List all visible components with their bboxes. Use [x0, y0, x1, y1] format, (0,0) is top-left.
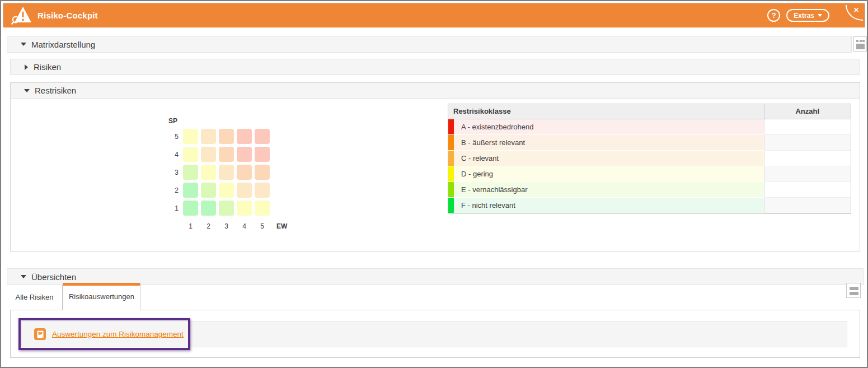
- class-cell: A - existenzbedrohend: [448, 119, 764, 134]
- class-color-bar: [448, 166, 454, 181]
- matrix-row-label: 4: [165, 151, 179, 159]
- matrix-cell-sp5-ew4: [237, 129, 252, 144]
- layout-switch-button[interactable]: [853, 36, 867, 52]
- matrix-row-label: 2: [165, 187, 179, 194]
- column-header-anzahl: Anzahl: [764, 104, 851, 119]
- grid-layout-icon: [862, 40, 865, 42]
- caret-down-icon: [21, 275, 26, 278]
- restrisiko-row: D - gering: [448, 166, 851, 181]
- rows-layout-icon: [850, 287, 858, 290]
- auswertungen-risikomanagement-link[interactable]: Auswertungen zum Risikomanagement: [52, 330, 184, 338]
- restrisiken-content: SP 5432112345EW Restrisikoklasse Anzahl …: [11, 99, 860, 251]
- matrix-cell-sp1-ew1: [183, 201, 198, 216]
- risiko-cockpit-window: Risiko-Cockpit ? Extras ✕ Matrixdarstell…: [0, 0, 868, 368]
- matrix-cell-sp1-ew4: [237, 201, 252, 216]
- close-button[interactable]: ✕: [846, 5, 863, 21]
- matrix-col-label: 5: [255, 222, 270, 230]
- class-color-bar: [448, 119, 454, 134]
- restrisiko-row: A - existenzbedrohend: [448, 119, 851, 134]
- matrix-cell-sp3-ew2: [201, 165, 216, 180]
- section-uebersichten-label: Übersichten: [31, 272, 76, 282]
- tab-label: Risikoauswertungen: [69, 292, 134, 301]
- matrix-y-axis-label: SP: [168, 117, 177, 125]
- risk-warning-search-icon: [11, 6, 32, 25]
- section-restrisiken[interactable]: Restrisiken: [11, 83, 860, 99]
- extras-menu-button[interactable]: Extras: [786, 9, 829, 22]
- anzahl-cell: [764, 150, 851, 166]
- matrix-cell-sp3-ew4: [237, 165, 252, 180]
- section-restrisiken-label: Restrisiken: [35, 86, 76, 95]
- risk-matrix: 5432112345EW: [165, 129, 287, 236]
- matrix-cell-sp5-ew3: [219, 129, 234, 144]
- matrix-cell-sp1-ew5: [255, 201, 270, 216]
- class-cell: C - relevant: [448, 150, 764, 166]
- restrisiko-table: Restrisikoklasse Anzahl A - existenzbedr…: [448, 104, 851, 214]
- help-button[interactable]: ?: [767, 9, 780, 22]
- matrix-col-label: 2: [201, 222, 216, 230]
- matrix-col-label: 1: [183, 222, 198, 230]
- matrix-cell-sp2-ew1: [183, 183, 198, 198]
- matrix-row-label: 5: [165, 133, 179, 141]
- report-document-icon: [34, 328, 46, 340]
- matrix-cell-sp3-ew1: [183, 165, 198, 180]
- matrix-cell-sp5-ew1: [183, 129, 198, 144]
- tab-content-panel: Auswertungen zum Risikomanagement: [10, 310, 860, 358]
- tab-alle-risiken[interactable]: Alle Risiken: [7, 285, 63, 310]
- class-label: B - äußerst relevant: [461, 138, 525, 147]
- section-risiken[interactable]: Risiken: [10, 59, 860, 75]
- rows-layout-icon: [850, 292, 858, 295]
- matrix-cell-sp4-ew3: [219, 147, 234, 162]
- caret-down-icon: [24, 89, 30, 92]
- class-label: C - relevant: [461, 154, 499, 162]
- matrix-row-label: 3: [165, 169, 179, 176]
- matrix-cell-sp1-ew3: [219, 201, 234, 216]
- section-matrixdarstellung[interactable]: Matrixdarstellung: [7, 36, 852, 53]
- tab-risikoauswertungen[interactable]: Risikoauswertungen: [63, 283, 140, 310]
- matrix-cell-sp2-ew3: [219, 183, 234, 198]
- anzahl-cell: [764, 181, 851, 197]
- app-header: Risiko-Cockpit ? Extras ✕: [3, 3, 865, 27]
- restrisiko-row: E - vernachlässigbar: [448, 181, 851, 197]
- restrisiko-row: B - äußerst relevant: [448, 134, 851, 150]
- matrix-cell-sp2-ew2: [201, 183, 216, 198]
- class-cell: E - vernachlässigbar: [448, 181, 764, 197]
- anzahl-cell: [764, 119, 851, 134]
- column-header-restrisikoklasse: Restrisikoklasse: [448, 104, 764, 119]
- matrix-cell-sp2-ew4: [237, 183, 252, 198]
- class-color-bar: [448, 198, 454, 213]
- anzahl-cell: [764, 197, 851, 213]
- extras-label: Extras: [794, 12, 814, 20]
- anzahl-cell: [764, 166, 851, 181]
- grid-layout-icon: [856, 40, 858, 42]
- matrix-cell-sp4-ew4: [237, 147, 252, 162]
- list-view-button[interactable]: [846, 283, 861, 298]
- caret-down-icon: [21, 43, 26, 46]
- class-cell: D - gering: [448, 166, 764, 181]
- header-actions: ? Extras: [767, 4, 829, 27]
- matrix-cell-sp1-ew2: [201, 201, 216, 216]
- restrisiko-row: C - relevant: [448, 150, 851, 166]
- tab-label: Alle Risiken: [16, 293, 54, 301]
- restrisiko-row: F - nicht relevant: [448, 197, 851, 213]
- class-label: A - existenzbedrohend: [461, 123, 533, 131]
- matrix-cell-sp4-ew1: [183, 147, 198, 162]
- help-label: ?: [772, 11, 776, 20]
- class-color-bar: [448, 151, 454, 166]
- chevron-down-icon: [818, 14, 822, 17]
- table-header-row: Restrisikoklasse Anzahl: [448, 104, 851, 119]
- matrix-cell-sp4-ew5: [255, 147, 270, 162]
- matrix-cell-sp5-ew2: [201, 129, 216, 144]
- page-title: Risiko-Cockpit: [37, 11, 98, 20]
- grid-layout-icon: [860, 40, 862, 42]
- matrix-x-axis-label: EW: [276, 222, 287, 230]
- matrix-col-label: 4: [237, 222, 252, 230]
- section-matrixdarstellung-label: Matrixdarstellung: [31, 40, 95, 49]
- class-label: D - gering: [461, 170, 493, 178]
- section-risiken-label: Risiken: [34, 62, 61, 72]
- class-label: F - nicht relevant: [461, 201, 515, 209]
- matrix-col-label: 3: [219, 222, 234, 230]
- anzahl-cell: [764, 134, 851, 150]
- class-color-bar: [448, 135, 454, 150]
- class-color-bar: [448, 182, 454, 197]
- grid-layout-icon: [856, 44, 865, 49]
